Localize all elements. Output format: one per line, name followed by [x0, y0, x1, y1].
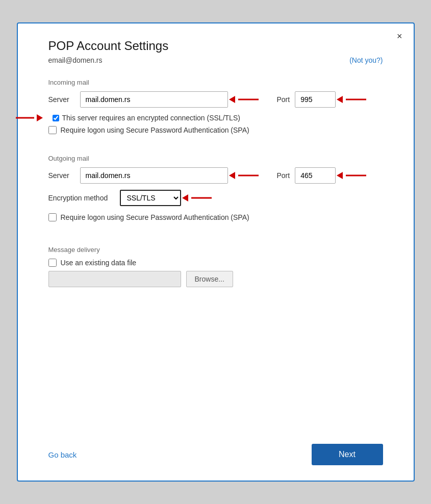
- data-file-row: Browse...: [48, 271, 383, 287]
- ssl-checkbox[interactable]: [53, 115, 59, 121]
- outgoing-port-arrow: [336, 170, 366, 181]
- incoming-port-input[interactable]: [295, 91, 336, 108]
- incoming-server-arrow: [228, 94, 259, 105]
- incoming-spa-checkbox[interactable]: [48, 126, 57, 134]
- message-delivery-label: Message delivery: [48, 246, 383, 254]
- outgoing-server-row: Server Port: [48, 167, 383, 184]
- incoming-port-label: Port: [277, 95, 290, 104]
- incoming-mail-section-label: Incoming mail: [48, 79, 383, 86]
- close-button[interactable]: ×: [394, 30, 405, 43]
- outgoing-server-input[interactable]: [80, 167, 228, 184]
- dialog-content: POP Account Settings email@domen.rs (Not…: [18, 23, 414, 434]
- incoming-spa-label[interactable]: Require logon using Secure Password Auth…: [61, 126, 249, 134]
- incoming-server-label: Server: [48, 95, 75, 104]
- outgoing-server-label: Server: [48, 171, 75, 180]
- incoming-server-input[interactable]: [80, 91, 228, 108]
- encryption-field-container: SSL/TLS STARTTLS None: [120, 190, 215, 206]
- outgoing-server-field-container: [80, 167, 262, 184]
- incoming-port-arrow: [336, 94, 366, 105]
- incoming-server-row: Server Port: [48, 91, 383, 108]
- not-you-link[interactable]: (Not you?): [349, 56, 383, 64]
- ssl-checkbox-label[interactable]: This server requires an encrypted connec…: [62, 114, 240, 122]
- email-address: email@domen.rs: [48, 56, 103, 64]
- email-row: email@domen.rs (Not you?): [48, 56, 383, 64]
- encryption-select[interactable]: SSL/TLS STARTTLS None: [120, 190, 181, 206]
- next-button[interactable]: Next: [312, 444, 383, 465]
- encryption-label: Encryption method: [48, 194, 115, 202]
- outgoing-server-arrow: [228, 170, 259, 181]
- outgoing-spa-label[interactable]: Require logon using Secure Password Auth…: [61, 213, 249, 221]
- use-existing-label[interactable]: Use an existing data file: [61, 259, 137, 267]
- incoming-port-field-container: [295, 91, 369, 108]
- go-back-link[interactable]: Go back: [48, 450, 77, 459]
- pop-account-settings-dialog: × POP Account Settings email@domen.rs (N…: [17, 22, 415, 482]
- outgoing-spa-row: Require logon using Secure Password Auth…: [48, 213, 383, 221]
- outgoing-port-input[interactable]: [295, 167, 336, 184]
- encryption-row: Encryption method SSL/TLS STARTTLS None: [48, 190, 383, 206]
- dialog-title: POP Account Settings: [48, 39, 383, 53]
- data-file-input[interactable]: [48, 271, 181, 287]
- ssl-checkbox-row: This server requires an encrypted connec…: [48, 114, 383, 122]
- outgoing-mail-section-label: Outgoing mail: [48, 155, 383, 162]
- ssl-arrow: [16, 113, 44, 123]
- outgoing-spa-checkbox[interactable]: [48, 213, 57, 221]
- outgoing-port-field-container: [295, 167, 369, 184]
- ssl-container: This server requires an encrypted connec…: [53, 114, 240, 122]
- dialog-footer: Go back Next: [18, 434, 414, 481]
- encryption-arrow: [181, 193, 212, 203]
- browse-button[interactable]: Browse...: [186, 271, 233, 287]
- incoming-server-field-container: [80, 91, 262, 108]
- use-existing-row: Use an existing data file: [48, 259, 383, 267]
- message-delivery-section: Message delivery Use an existing data fi…: [48, 246, 383, 287]
- outgoing-port-label: Port: [277, 171, 290, 180]
- incoming-spa-row: Require logon using Secure Password Auth…: [48, 126, 383, 134]
- use-existing-checkbox[interactable]: [48, 259, 57, 267]
